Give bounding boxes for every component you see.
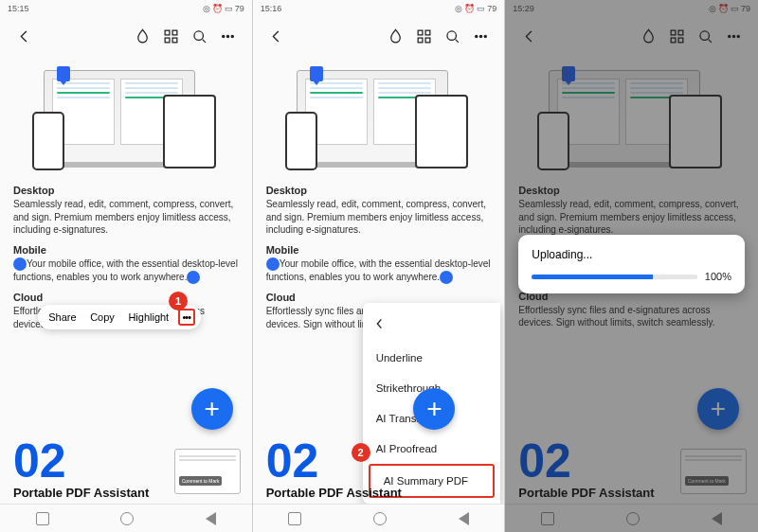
section-body-desktop: Seamlessly read, edit, comment, compress…: [13, 198, 239, 237]
svg-point-12: [447, 30, 457, 40]
highlight-button[interactable]: Highlight: [123, 311, 173, 323]
section-body-desktop: Seamlessly read, edit, comment, compress…: [266, 198, 492, 237]
page-title: Portable PDF Assistant: [13, 486, 239, 500]
svg-point-13: [475, 35, 477, 37]
svg-point-15: [484, 35, 486, 37]
share-button[interactable]: Share: [44, 311, 81, 323]
svg-rect-8: [418, 30, 423, 35]
bookmark-icon: [57, 66, 70, 81]
progress-bar: [532, 275, 697, 279]
status-time: 15:16: [261, 4, 282, 13]
svg-rect-2: [165, 38, 170, 43]
nav-recents-icon[interactable]: [36, 512, 49, 525]
svg-point-6: [227, 35, 229, 37]
fab-add-button[interactable]: +: [413, 388, 455, 430]
ink-icon[interactable]: [381, 22, 409, 50]
status-time: 15:15: [8, 4, 29, 13]
svg-rect-9: [425, 30, 430, 35]
devices-illustration: [13, 66, 239, 175]
android-nav-bar: [253, 504, 505, 532]
more-icon[interactable]: [214, 22, 243, 50]
more-icon[interactable]: [466, 22, 495, 50]
section-title-mobile: Mobile: [13, 244, 239, 256]
nav-home-icon[interactable]: [373, 512, 387, 525]
screen-3: 15:29 ◎⏰▭79 DesktopSeamlessly read, edit…: [505, 0, 758, 532]
screen-2: 15:16 ◎⏰▭79 DesktopSeamlessly read, edit…: [253, 0, 506, 532]
menu-underline[interactable]: Underline: [363, 343, 501, 373]
svg-point-4: [194, 30, 204, 40]
svg-rect-1: [172, 30, 177, 35]
status-icons: ◎⏰▭79: [203, 4, 244, 13]
svg-point-5: [223, 35, 225, 37]
section-title-desktop: Desktop: [266, 185, 492, 196]
selected-text[interactable]: Your mobile office, with the essential d…: [13, 257, 239, 285]
svg-rect-0: [165, 30, 170, 35]
nav-recents-icon[interactable]: [288, 512, 301, 525]
callout-badge-2: 2: [352, 443, 370, 462]
upload-dialog: Uploading... 100%: [518, 235, 745, 293]
section-title-cloud: Cloud: [266, 292, 492, 303]
page-content: DesktopSeamlessly read, edit, comment, c…: [0, 55, 252, 336]
section-title-mobile: Mobile: [266, 244, 492, 256]
selected-text[interactable]: Your mobile office, with the essential d…: [266, 257, 492, 285]
nav-back-icon[interactable]: [459, 512, 469, 525]
status-icons: ◎⏰▭79: [455, 4, 496, 13]
toolbar: [0, 17, 252, 55]
nav-back-icon[interactable]: [206, 512, 216, 525]
fab-add-button[interactable]: +: [191, 388, 233, 430]
upload-label: Uploading...: [532, 248, 731, 261]
page-number: 02: [266, 440, 492, 483]
toolbar: [253, 17, 505, 55]
grid-icon[interactable]: [157, 22, 186, 50]
progress-percent: 100%: [705, 271, 731, 282]
page-content: DesktopSeamlessly read, edit, comment, c…: [253, 55, 505, 336]
svg-point-7: [231, 35, 233, 37]
search-icon[interactable]: [438, 22, 466, 50]
svg-rect-10: [418, 38, 423, 43]
ink-icon[interactable]: [129, 22, 157, 50]
section-title-desktop: Desktop: [13, 185, 239, 196]
bookmark-icon: [310, 66, 323, 81]
status-bar: 15:15 ◎⏰▭79: [0, 0, 252, 17]
svg-point-14: [479, 35, 481, 37]
devices-illustration: [266, 66, 492, 175]
nav-home-icon[interactable]: [120, 512, 134, 525]
svg-rect-11: [425, 38, 430, 43]
grid-icon[interactable]: [409, 22, 438, 50]
svg-rect-3: [172, 38, 177, 43]
search-icon[interactable]: [186, 22, 214, 50]
back-icon[interactable]: [9, 22, 38, 50]
page-number: 02: [13, 440, 239, 483]
android-nav-bar: [0, 504, 252, 532]
screen-1: 15:15 ◎⏰▭79 DesktopSeamlessly read, edit…: [0, 0, 253, 532]
status-bar: 15:16 ◎⏰▭79: [253, 0, 505, 17]
back-icon[interactable]: [262, 22, 291, 50]
copy-button[interactable]: Copy: [85, 311, 119, 323]
section-title-cloud: Cloud: [13, 292, 239, 303]
page-title: Portable PDF Assistant: [266, 486, 492, 500]
menu-back-icon[interactable]: [363, 309, 501, 343]
selection-more-icon[interactable]: •••: [178, 309, 195, 326]
callout-badge-1: 1: [169, 292, 188, 310]
